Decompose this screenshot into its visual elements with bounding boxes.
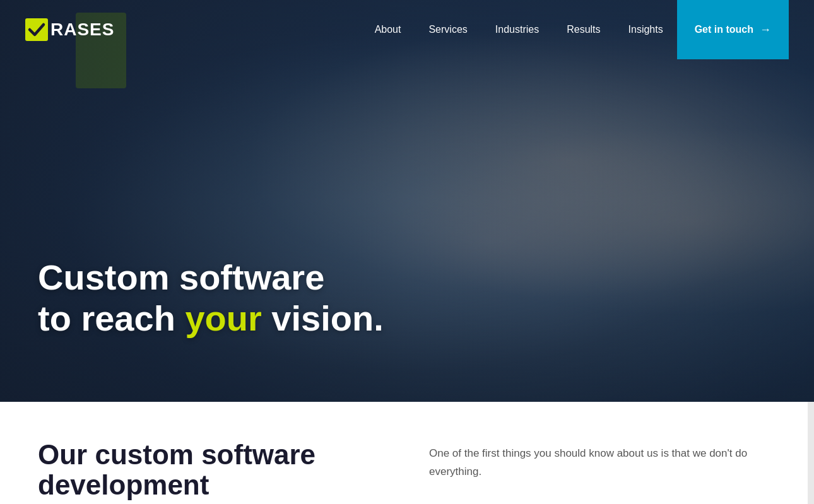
- logo-icon: [25, 18, 48, 41]
- cta-label: Get in touch: [695, 24, 753, 35]
- below-hero-title-line2: development: [38, 469, 209, 500]
- hero-section: RASES About Services Industries Results …: [0, 0, 814, 402]
- hero-overlay: [0, 0, 814, 402]
- below-hero-left: Our custom software development: [38, 440, 379, 501]
- hero-title-line1: Custom software: [38, 257, 324, 297]
- below-hero-body: One of the first things you should know …: [429, 445, 776, 481]
- below-hero-title: Our custom software development: [38, 440, 379, 501]
- nav-about[interactable]: About: [361, 0, 415, 59]
- nav-industries[interactable]: Industries: [481, 0, 553, 59]
- logo-text: RASES: [50, 20, 114, 40]
- get-in-touch-button[interactable]: Get in touch →: [677, 0, 789, 59]
- hero-title-highlight: your: [185, 298, 261, 338]
- site-header: RASES About Services Industries Results …: [0, 0, 814, 59]
- logo-link[interactable]: RASES: [25, 18, 114, 41]
- hero-title-line2-after: vision.: [262, 298, 384, 338]
- cta-arrow-icon: →: [760, 23, 771, 37]
- nav-services[interactable]: Services: [415, 0, 481, 59]
- hero-title: Custom software to reach your vision.: [38, 257, 384, 339]
- nav-insights[interactable]: Insights: [615, 0, 677, 59]
- below-hero-title-line1: Our custom software: [38, 439, 316, 470]
- nav-results[interactable]: Results: [553, 0, 614, 59]
- hero-content: Custom software to reach your vision.: [38, 257, 384, 339]
- below-hero-right: One of the first things you should know …: [429, 440, 776, 501]
- below-hero-section: Our custom software development One of t…: [0, 402, 814, 504]
- main-nav: About Services Industries Results Insigh…: [361, 0, 789, 59]
- hero-title-line2-before: to reach: [38, 298, 185, 338]
